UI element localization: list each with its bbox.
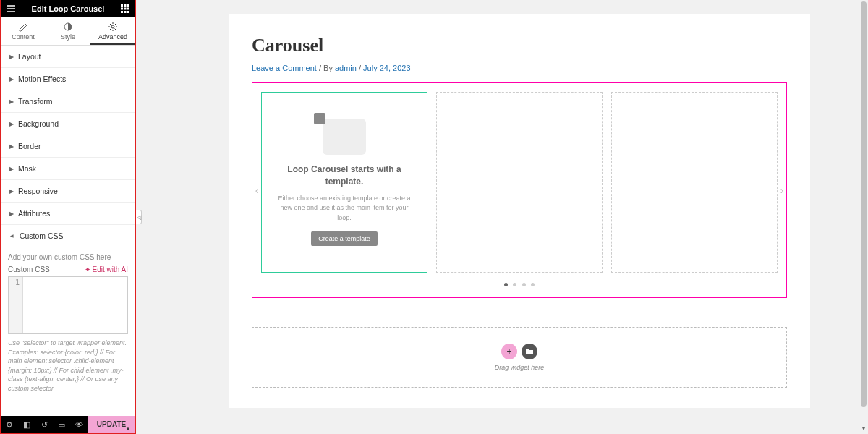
panel-motion-effects[interactable]: ▶Motion Effects	[1, 68, 135, 90]
sidebar-footer: ⚙ ◧ ↺ ▭ 👁 UPDATE ▲	[1, 416, 135, 433]
panel-border[interactable]: ▶Border	[1, 135, 135, 158]
tab-style[interactable]: Style	[46, 17, 90, 45]
history-icon[interactable]: ↺	[35, 416, 53, 433]
css-field-label: Custom CSS	[8, 265, 50, 273]
edit-with-ai-link[interactable]: ✦ Edit with AI	[85, 265, 128, 273]
pagination-dot[interactable]	[531, 283, 535, 286]
panel-layout[interactable]: ▶Layout	[1, 46, 135, 68]
panel-responsive[interactable]: ▶Responsive	[1, 180, 135, 203]
hamburger-icon[interactable]	[5, 3, 17, 14]
caret-right-icon: ▶	[9, 166, 14, 172]
tab-content-label: Content	[12, 33, 35, 41]
panel-background[interactable]: ▶Background	[1, 113, 135, 135]
panel-transform[interactable]: ▶Transform	[1, 90, 135, 113]
panel-list: ▶Layout ▶Motion Effects ▶Transform ▶Back…	[1, 46, 135, 416]
apps-grid-icon[interactable]	[119, 3, 131, 14]
pagination-dot[interactable]	[522, 283, 526, 286]
panel-mask[interactable]: ▶Mask	[1, 158, 135, 180]
widget-drop-zone[interactable]: + Drag widget here	[252, 327, 787, 388]
carousel-slide-2[interactable]	[436, 92, 603, 273]
caret-up-icon[interactable]: ▲	[125, 420, 131, 434]
caret-down-icon: ▼	[9, 233, 15, 239]
carousel-slides: Loop Carousel starts with a template. Ei…	[261, 92, 778, 273]
drop-zone-label: Drag widget here	[495, 364, 545, 371]
responsive-icon[interactable]: ▭	[53, 416, 70, 433]
css-help-text: Add your own custom CSS here	[8, 253, 128, 261]
pagination-dot[interactable]	[513, 283, 516, 286]
caret-right-icon: ▶	[9, 98, 14, 105]
caret-right-icon: ▶	[9, 54, 14, 60]
caret-right-icon: ▶	[9, 143, 14, 150]
pagination-dot[interactable]	[504, 283, 508, 286]
carousel-pagination	[261, 278, 778, 289]
custom-css-section: Add your own custom CSS here Custom CSS …	[1, 247, 135, 399]
svg-rect-8	[127, 11, 129, 13]
sidebar-title: Edit Loop Carousel	[17, 4, 119, 13]
leave-comment-link[interactable]: Leave a Comment	[252, 64, 317, 72]
create-template-button[interactable]: Create a template	[311, 231, 378, 246]
svg-point-10	[111, 25, 114, 28]
svg-rect-0	[121, 4, 123, 7]
svg-rect-3	[121, 8, 123, 10]
css-textarea[interactable]	[23, 277, 127, 333]
tab-advanced[interactable]: Advanced	[90, 17, 135, 45]
navigator-icon[interactable]: ◧	[18, 416, 35, 433]
post-meta: Leave a Comment / By admin / July 24, 20…	[252, 64, 787, 72]
preview-icon[interactable]: 👁	[70, 416, 88, 433]
scroll-thumb[interactable]	[861, 1, 867, 407]
caret-right-icon: ▶	[9, 210, 14, 217]
sidebar-header: Edit Loop Carousel	[1, 0, 135, 17]
carousel-widget[interactable]: ‹ › Loop Carousel starts with a template…	[252, 82, 787, 298]
canvas-scrollbar[interactable]: ▴ ▾	[859, 0, 868, 434]
settings-icon[interactable]: ⚙	[1, 416, 18, 433]
svg-rect-6	[121, 11, 123, 13]
sidebar-resize-handle[interactable]: ◁	[136, 0, 142, 434]
update-button[interactable]: UPDATE ▲	[88, 416, 135, 433]
panel-custom-css[interactable]: ▼Custom CSS	[1, 225, 135, 247]
caret-right-icon: ▶	[9, 76, 14, 82]
editor-tabs: Content Style Advanced	[1, 17, 135, 46]
css-code-editor[interactable]: 1	[8, 276, 128, 334]
add-template-button[interactable]	[522, 344, 537, 359]
css-hint-text: Use "selector" to target wrapper element…	[8, 339, 128, 393]
template-placeholder-illustration	[323, 119, 366, 155]
panel-attributes[interactable]: ▶Attributes	[1, 203, 135, 225]
slide-title: Loop Carousel starts with a template.	[273, 163, 415, 188]
page-title: Carousel	[252, 35, 787, 56]
add-widget-button[interactable]: +	[501, 344, 517, 359]
svg-rect-5	[127, 8, 129, 10]
svg-rect-1	[124, 4, 127, 7]
post-date: July 24, 2023	[363, 64, 410, 72]
editor-sidebar: Edit Loop Carousel Content Style Advance…	[0, 0, 136, 434]
carousel-slide-3[interactable]	[611, 92, 778, 273]
code-gutter: 1	[9, 277, 23, 333]
svg-rect-7	[124, 11, 127, 13]
page-preview: Carousel Leave a Comment / By admin / Ju…	[229, 14, 810, 408]
tab-style-label: Style	[61, 33, 75, 41]
author-link[interactable]: admin	[335, 64, 357, 72]
editor-canvas: Carousel Leave a Comment / By admin / Ju…	[142, 0, 868, 434]
svg-rect-4	[124, 8, 127, 10]
collapse-sidebar-icon[interactable]: ◁	[136, 210, 142, 224]
svg-rect-2	[127, 4, 129, 7]
caret-right-icon: ▶	[9, 188, 14, 195]
tab-advanced-label: Advanced	[98, 33, 127, 41]
slide-description: Either choose an existing template or cr…	[273, 194, 415, 224]
caret-right-icon: ▶	[9, 121, 14, 127]
tab-content[interactable]: Content	[1, 17, 46, 45]
scroll-down-arrow[interactable]: ▾	[859, 425, 868, 434]
carousel-slide-1[interactable]: Loop Carousel starts with a template. Ei…	[261, 92, 427, 273]
